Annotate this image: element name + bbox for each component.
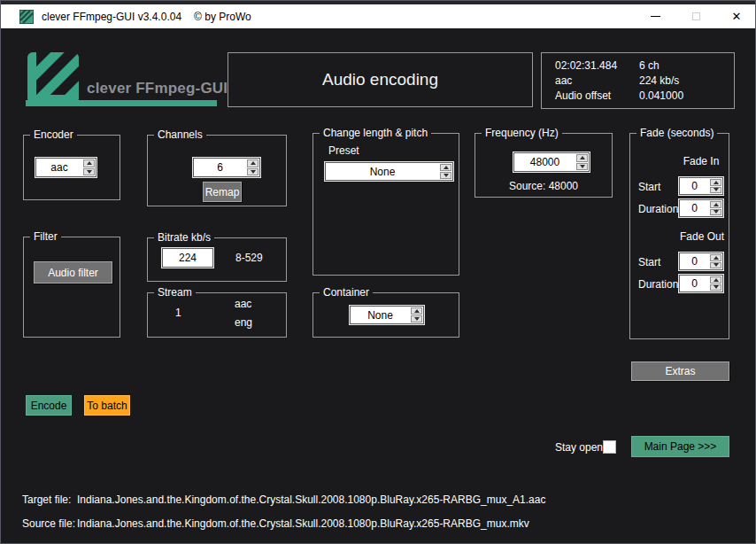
channels-down-button[interactable] — [247, 168, 258, 176]
source-file-path: Indiana.Jones.and.the.Kingdom.of.the.Cry… — [77, 517, 529, 530]
app-icon[interactable] — [19, 10, 34, 24]
encoder-up-button[interactable] — [83, 159, 95, 167]
info-audio-offset-value: 0.041000 — [639, 89, 734, 104]
preset-label: Preset — [328, 144, 359, 157]
stream-index: 1 — [175, 307, 181, 319]
filter-group: Filter Audio filter — [23, 237, 120, 338]
fade-out-start-spinner[interactable]: 0 — [679, 253, 723, 270]
app-window: clever FFmpeg-GUI v3.4.0.04 © by ProWo ✕… — [0, 0, 756, 544]
spin-up-icon — [714, 278, 719, 282]
spin-up-icon — [714, 181, 719, 184]
stay-open-label: Stay open — [555, 441, 603, 454]
app-logo-text: clever FFmpeg-GUI — [87, 80, 228, 97]
preset-down-button[interactable] — [440, 172, 451, 179]
fade-in-duration-down-button[interactable] — [710, 209, 721, 216]
logo-underline — [26, 100, 217, 106]
title-bar: clever FFmpeg-GUI v3.4.0.04 © by ProWo ✕ — [1, 4, 756, 28]
frequency-down-button[interactable] — [576, 163, 588, 171]
bitrate-group-label: Bitrate kb/s — [154, 231, 214, 245]
bitrate-input[interactable]: 224 — [162, 248, 213, 268]
page-title: Audio encoding — [322, 70, 438, 89]
container-spinner[interactable]: None — [350, 306, 424, 324]
container-down-button[interactable] — [411, 315, 422, 323]
fade-group: Fade (seconds) Fade In Start 0 Duration … — [629, 133, 729, 339]
fade-in-start-value: 0 — [680, 178, 709, 194]
container-group: Container None — [312, 292, 459, 338]
encoder-spinner[interactable]: aac — [35, 158, 96, 177]
length-pitch-group: Change length & pitch Preset None — [312, 133, 459, 276]
media-info-panel: 02:02:31.484 6 ch aac 224 kb/s Audio off… — [541, 52, 735, 109]
maximize-button[interactable] — [675, 4, 716, 28]
fade-in-header: Fade In — [679, 155, 723, 167]
frequency-source-label: Source: 48000 — [475, 180, 612, 192]
spin-up-icon — [251, 161, 256, 165]
info-audio-offset-label: Audio offset — [555, 89, 639, 104]
fade-out-start-label: Start — [638, 256, 660, 268]
target-file-label: Target file: — [22, 493, 71, 506]
fade-in-duration-up-button[interactable] — [710, 201, 721, 208]
fade-in-start-label: Start — [638, 181, 660, 193]
bitrate-group: Bitrate kb/s 224 8-529 — [147, 237, 287, 282]
frequency-up-button[interactable] — [576, 154, 588, 162]
filter-group-label: Filter — [30, 230, 61, 244]
encoder-group-label: Encoder — [30, 128, 77, 142]
stream-group: Stream 1 aac eng — [147, 292, 287, 338]
main-page-button[interactable]: Main Page >>> — [631, 436, 729, 457]
frequency-spinner[interactable]: 48000 — [513, 152, 590, 172]
encoder-down-button[interactable] — [83, 168, 95, 176]
channels-value: 6 — [194, 159, 246, 176]
spin-up-icon — [87, 161, 92, 165]
close-icon: ✕ — [732, 11, 742, 22]
fade-out-duration-down-button[interactable] — [710, 284, 721, 291]
fade-out-duration-up-button[interactable] — [710, 276, 721, 284]
spin-up-icon — [714, 256, 719, 260]
close-button[interactable]: ✕ — [716, 4, 756, 28]
remap-button[interactable]: Remap — [203, 182, 242, 202]
container-spin-buttons — [410, 307, 423, 323]
spin-down-icon — [414, 317, 420, 321]
encoder-spin-buttons — [82, 159, 96, 176]
spin-down-icon — [714, 210, 719, 214]
fade-in-duration-value: 0 — [680, 200, 709, 216]
encoder-value: aac — [36, 159, 82, 176]
fade-out-start-down-button[interactable] — [710, 262, 721, 269]
info-bitrate: 224 kb/s — [639, 74, 734, 89]
preset-value: None — [326, 163, 439, 180]
minimize-button[interactable] — [635, 4, 675, 28]
preset-spin-buttons — [439, 163, 452, 180]
audio-filter-button[interactable]: Audio filter — [34, 261, 112, 284]
fade-in-duration-spinner[interactable]: 0 — [679, 199, 723, 217]
fade-out-duration-spinner[interactable]: 0 — [679, 275, 723, 292]
encode-button[interactable]: Encode — [26, 395, 72, 416]
preset-up-button[interactable] — [440, 164, 451, 171]
spin-down-icon — [444, 174, 449, 177]
fade-in-start-up-button[interactable] — [710, 179, 721, 186]
container-value: None — [351, 307, 410, 323]
encoder-group: Encoder aac — [23, 135, 120, 200]
fade-out-header: Fade Out — [679, 230, 725, 243]
fade-in-start-down-button[interactable] — [710, 187, 721, 194]
frequency-value: 48000 — [514, 153, 575, 171]
frequency-group: Frequency (Hz) 48000 Source: 48000 — [474, 133, 613, 198]
fade-in-duration-spin-buttons — [709, 200, 722, 216]
window-controls: ✕ — [635, 4, 756, 28]
spin-up-icon — [580, 156, 585, 159]
media-info-grid: 02:02:31.484 6 ch aac 224 kb/s Audio off… — [555, 58, 734, 104]
info-codec: aac — [555, 74, 639, 89]
to-batch-button[interactable]: To batch — [84, 395, 130, 416]
fade-in-start-spinner[interactable]: 0 — [679, 177, 723, 195]
page-title-box: Audio encoding — [228, 52, 533, 107]
fade-out-start-value: 0 — [680, 253, 709, 269]
stay-open-checkbox[interactable] — [603, 440, 616, 454]
container-up-button[interactable] — [411, 307, 422, 315]
fade-out-duration-label: Duration — [638, 278, 678, 291]
extras-button[interactable]: Extras — [631, 361, 729, 381]
source-file-label: Source file: — [22, 517, 75, 530]
preset-spinner[interactable]: None — [325, 162, 453, 181]
bitrate-range-label: 8-529 — [235, 252, 263, 264]
channels-up-button[interactable] — [247, 159, 258, 167]
app-logo-icon — [26, 51, 81, 105]
channels-spinner[interactable]: 6 — [193, 158, 260, 177]
frequency-group-label: Frequency (Hz) — [482, 127, 562, 140]
fade-out-start-up-button[interactable] — [710, 254, 721, 261]
